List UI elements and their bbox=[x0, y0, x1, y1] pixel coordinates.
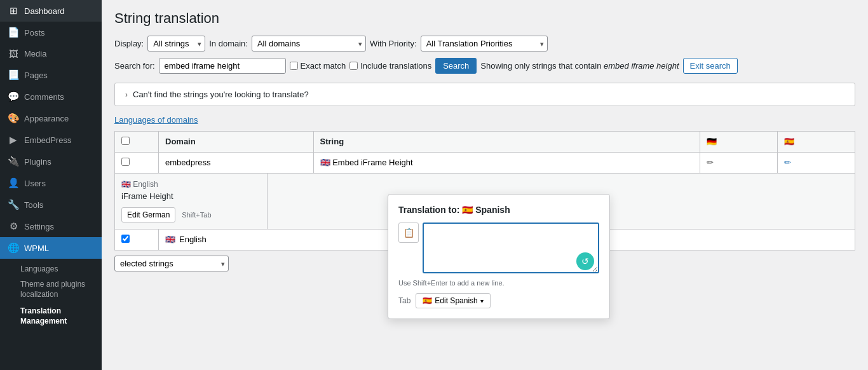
bottom-lang: English bbox=[179, 235, 207, 244]
row-domain: embedpress bbox=[165, 158, 211, 167]
sidebar-label-posts: Posts bbox=[24, 28, 45, 38]
de-edit-icon[interactable]: ✏ bbox=[707, 158, 714, 167]
edit-spanish-label: Edit Spanish bbox=[435, 296, 477, 305]
cant-find-notice[interactable]: › Can't find the strings you're looking … bbox=[114, 83, 855, 106]
sidebar-sub-translation-management[interactable]: Translation Management bbox=[13, 303, 102, 329]
filter-bar: Display: All strings In domain: All doma… bbox=[114, 36, 855, 51]
wpml-icon: 🌐 bbox=[8, 242, 19, 254]
translation-popup-title: Translation to: 🇪🇸 Spanish bbox=[398, 205, 599, 215]
row-check-cell bbox=[115, 153, 159, 174]
display-select-wrapper[interactable]: All strings bbox=[147, 36, 205, 51]
cant-find-text: Can't find the strings you're looking to… bbox=[133, 90, 309, 99]
search-term: embed iframe height bbox=[604, 61, 679, 71]
include-translations-checkbox[interactable] bbox=[349, 62, 358, 70]
translation-popup: Translation to: 🇪🇸 Spanish 📋 ↺ Use Shift… bbox=[388, 194, 610, 319]
sidebar-sub-languages[interactable]: Languages bbox=[13, 261, 102, 277]
sidebar-item-appearance[interactable]: 🎨 Appearance bbox=[0, 107, 102, 129]
priority-select-wrapper[interactable]: All Translation Priorities bbox=[421, 36, 548, 51]
edit-german-button[interactable]: Edit German bbox=[121, 207, 175, 223]
sidebar-label-users: Users bbox=[24, 179, 46, 188]
search-button[interactable]: Search bbox=[435, 58, 477, 74]
domain-select[interactable]: All domains bbox=[252, 36, 366, 51]
bottom-check-cell bbox=[115, 230, 159, 250]
display-select[interactable]: All strings bbox=[147, 36, 205, 51]
copy-source-button[interactable]: 📋 bbox=[398, 223, 419, 243]
selected-strings-select[interactable]: elected strings bbox=[114, 256, 229, 271]
string-value: Embed iFrame Height bbox=[332, 158, 412, 167]
sidebar-item-wpml[interactable]: 🌐 WPML bbox=[0, 237, 102, 259]
chevron-right-icon: › bbox=[125, 90, 128, 99]
exact-match-checkbox[interactable] bbox=[290, 62, 298, 70]
sidebar-label-tools: Tools bbox=[24, 200, 43, 210]
translation-textarea[interactable] bbox=[423, 223, 599, 273]
col-header-string: String bbox=[313, 132, 700, 153]
bottom-checkbox[interactable] bbox=[121, 235, 130, 243]
popup-lang: Spanish bbox=[475, 205, 510, 215]
spanish-flag-inline: 🇪🇸 bbox=[423, 296, 432, 305]
string-flag: 🇬🇧 bbox=[320, 158, 330, 167]
popup-flag: 🇪🇸 bbox=[462, 205, 473, 215]
col-header-check bbox=[115, 132, 159, 153]
sidebar-item-dashboard[interactable]: ⊞ Dashboard bbox=[0, 0, 102, 22]
search-label: Search for: bbox=[114, 61, 155, 71]
es-edit-icon[interactable]: ✏ bbox=[784, 158, 791, 167]
tools-icon: 🔧 bbox=[8, 199, 19, 210]
row-string-cell: 🇬🇧 Embed iFrame Height bbox=[313, 153, 700, 174]
sidebar-item-settings[interactable]: ⚙ Settings bbox=[0, 216, 102, 237]
sidebar-item-users[interactable]: 👤 Users bbox=[0, 172, 102, 194]
pages-icon: 📃 bbox=[8, 69, 19, 81]
original-column: 🇬🇧 English iFrame Height Edit German Shi… bbox=[115, 174, 268, 229]
original-language-label: 🇬🇧 English bbox=[121, 180, 261, 189]
sidebar-label-settings: Settings bbox=[24, 222, 54, 231]
row-es-cell: ✏ bbox=[778, 153, 855, 174]
sidebar-item-posts[interactable]: 📄 Posts bbox=[0, 22, 102, 43]
display-label: Display: bbox=[114, 39, 144, 48]
domain-select-wrapper[interactable]: All domains bbox=[252, 36, 366, 51]
es-flag: 🇪🇸 bbox=[784, 137, 794, 146]
de-flag: 🇩🇪 bbox=[707, 137, 717, 146]
search-bar: Search for: Exact match Include translat… bbox=[114, 58, 855, 74]
priority-select[interactable]: All Translation Priorities bbox=[421, 36, 548, 51]
search-input[interactable] bbox=[159, 58, 286, 74]
row-checkbox[interactable] bbox=[121, 158, 130, 166]
dropdown-arrow-icon: ▾ bbox=[480, 298, 484, 305]
priority-label: With Priority: bbox=[370, 39, 417, 48]
sidebar-item-tools[interactable]: 🔧 Tools bbox=[0, 194, 102, 216]
selected-strings-wrapper[interactable]: elected strings bbox=[114, 256, 229, 271]
col-header-domain: Domain bbox=[159, 132, 314, 153]
bottom-flag: 🇬🇧 bbox=[165, 235, 175, 244]
ai-translate-button[interactable]: ↺ bbox=[576, 252, 594, 270]
sidebar-label-plugins: Plugins bbox=[24, 157, 51, 167]
translation-actions: Tab 🇪🇸 Edit Spanish ▾ bbox=[398, 293, 599, 308]
sidebar-item-embedpress[interactable]: ▶ EmbedPress bbox=[0, 129, 102, 151]
sidebar-item-plugins[interactable]: 🔌 Plugins bbox=[0, 151, 102, 172]
exit-search-button[interactable]: Exit search bbox=[683, 58, 738, 74]
exact-match-label[interactable]: Exact match bbox=[290, 61, 346, 71]
sidebar-item-pages[interactable]: 📃 Pages bbox=[0, 64, 102, 86]
sidebar-sub-theme-plugins[interactable]: Theme and plugins localization bbox=[13, 277, 102, 303]
sidebar-label-embedpress: EmbedPress bbox=[24, 135, 71, 145]
table-header-row: Domain String 🇩🇪 🇪🇸 bbox=[115, 132, 855, 153]
main-content: String translation Display: All strings … bbox=[102, 0, 868, 370]
languages-of-domains-link[interactable]: Languages of domains bbox=[114, 115, 855, 125]
translation-hint: Use Shift+Enter to add a new line. bbox=[398, 279, 599, 287]
row-de-cell: ✏ bbox=[700, 153, 778, 174]
popup-editor-row: 📋 ↺ bbox=[398, 223, 599, 279]
include-translations-label[interactable]: Include translations bbox=[349, 61, 431, 71]
table-row: embedpress 🇬🇧 Embed iFrame Height ✏ ✏ bbox=[115, 153, 855, 174]
domain-label: In domain: bbox=[209, 39, 248, 48]
settings-icon: ⚙ bbox=[8, 221, 19, 232]
plugins-icon: 🔌 bbox=[8, 156, 19, 167]
sidebar-label-dashboard: Dashboard bbox=[24, 6, 65, 16]
appearance-icon: 🎨 bbox=[8, 113, 19, 124]
select-all-checkbox[interactable] bbox=[121, 137, 130, 145]
edit-spanish-button[interactable]: 🇪🇸 Edit Spanish ▾ bbox=[416, 293, 490, 308]
tab-label: Tab bbox=[398, 296, 410, 305]
row-domain-cell: embedpress bbox=[159, 153, 314, 174]
sidebar-item-media[interactable]: 🖼 Media bbox=[0, 43, 102, 64]
col-header-de: 🇩🇪 bbox=[700, 132, 778, 153]
search-result-text: Showing only strings that contain embed … bbox=[480, 61, 679, 71]
users-icon: 👤 bbox=[8, 177, 19, 189]
sidebar: ⊞ Dashboard 📄 Posts 🖼 Media 📃 Pages 💬 Co… bbox=[0, 0, 102, 370]
sidebar-item-comments[interactable]: 💬 Comments bbox=[0, 86, 102, 107]
